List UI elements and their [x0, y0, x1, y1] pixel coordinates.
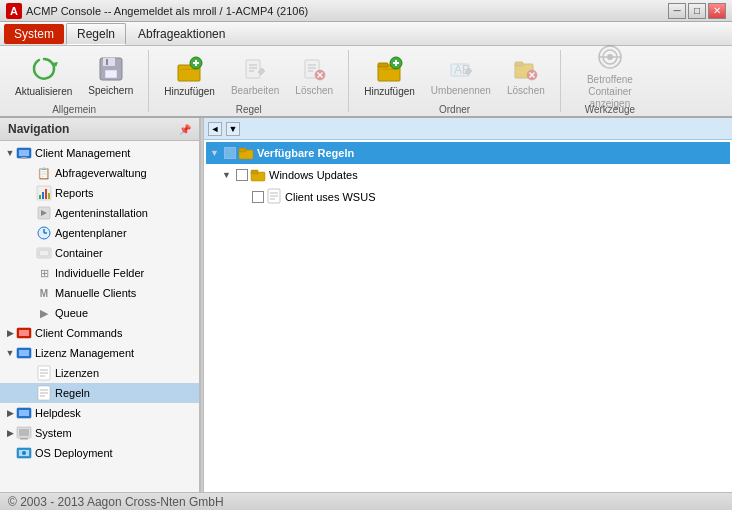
label-helpdesk: Helpdesk — [35, 407, 81, 419]
icon-container — [36, 245, 52, 261]
content-tree: ▼ Verfügbare Regeln ▼ Windows Updates — [204, 140, 732, 492]
tree-item-container[interactable]: Container — [0, 243, 199, 263]
svg-rect-9 — [246, 60, 260, 78]
svg-point-34 — [607, 54, 613, 60]
speichern-label: Speichern — [88, 85, 133, 97]
expand-agentenplaner — [24, 227, 36, 239]
content-collapse-button[interactable]: ◄ — [208, 122, 222, 136]
loeschen-ordner-button[interactable]: Löschen — [500, 50, 552, 102]
label-client-commands: Client Commands — [35, 327, 122, 339]
tree-item-regeln[interactable]: Regeln — [0, 383, 199, 403]
minimize-button[interactable]: ─ — [668, 3, 686, 19]
expand-client-commands[interactable]: ▶ — [4, 327, 16, 339]
label-lizenzen: Lizenzen — [55, 367, 99, 379]
close-button[interactable]: ✕ — [708, 3, 726, 19]
aktualisieren-button[interactable]: Aktualisieren — [8, 50, 79, 102]
loeschen-regel-button[interactable]: Löschen — [288, 50, 340, 102]
content-toolbar: ◄ ▼ — [204, 118, 732, 140]
label-regeln: Regeln — [55, 387, 90, 399]
tree-item-system[interactable]: ▶ System — [0, 423, 199, 443]
expand-client-mgmt[interactable]: ▼ — [4, 147, 16, 159]
menu-abfrageaktionen[interactable]: Abfrageaktionen — [128, 24, 235, 44]
nav-pin-button[interactable]: 📌 — [179, 124, 191, 135]
hinzufuegen-regel-button[interactable]: Hinzufügen — [157, 50, 222, 102]
expand-os-deployment — [4, 447, 16, 459]
icon-helpdesk — [16, 405, 32, 421]
label-individuelle-felder: Individuelle Felder — [55, 267, 144, 279]
speichern-icon — [97, 55, 125, 82]
content-expand-button[interactable]: ▼ — [226, 122, 240, 136]
checkbox-client-uses-wsus[interactable] — [252, 191, 264, 203]
icon-agenteninstallation — [36, 205, 52, 221]
tree-item-individuelle-felder[interactable]: ⊞ Individuelle Felder — [0, 263, 199, 283]
svg-rect-67 — [20, 438, 28, 440]
icon-lizenz-mgmt — [16, 345, 32, 361]
speichern-button[interactable]: Speichern — [81, 50, 140, 102]
svg-rect-72 — [239, 148, 246, 152]
expand-helpdesk[interactable]: ▶ — [4, 407, 16, 419]
tree-item-client-commands[interactable]: ▶ Client Commands — [0, 323, 199, 343]
hinzufuegen-ordner-button[interactable]: Hinzufügen — [357, 50, 422, 102]
expand-lizenz-mgmt[interactable]: ▼ — [4, 347, 16, 359]
betroffene-icon — [596, 43, 624, 71]
tree-item-lizenzen[interactable]: Lizenzen — [0, 363, 199, 383]
svg-rect-41 — [39, 195, 41, 199]
loeschen-regel-label: Löschen — [295, 85, 333, 97]
maximize-button[interactable]: □ — [688, 3, 706, 19]
nav-panel: Navigation 📌 ▼ Client Management 📋 Abfra… — [0, 118, 200, 492]
status-bar: © 2003 - 2013 Aagon Cross-Nten GmbH — [0, 492, 732, 510]
tree-content-verfugbare-regeln[interactable]: ▼ Verfügbare Regeln — [206, 142, 730, 164]
svg-rect-3 — [105, 70, 117, 78]
group-label-ordner: Ordner — [357, 102, 552, 115]
tree-item-lizenz-mgmt[interactable]: ▼ Lizenz Management — [0, 343, 199, 363]
menu-regeln[interactable]: Regeln — [66, 23, 126, 45]
icon-os-deployment — [16, 445, 32, 461]
label-windows-updates: Windows Updates — [269, 169, 358, 181]
expand-windows-updates[interactable]: ▼ — [222, 170, 234, 180]
svg-rect-44 — [48, 193, 50, 199]
label-lizenz-mgmt: Lizenz Management — [35, 347, 134, 359]
expand-manuelle-clients — [24, 287, 36, 299]
tree-item-manuelle-clients[interactable]: M Manuelle Clients — [0, 283, 199, 303]
label-client-mgmt: Client Management — [35, 147, 130, 159]
label-os-deployment: OS Deployment — [35, 447, 113, 459]
nav-title: Navigation — [8, 122, 69, 136]
icon-client-uses-wsus — [266, 188, 282, 206]
tree-item-reports[interactable]: Reports — [0, 183, 199, 203]
expand-individuelle-felder — [24, 267, 36, 279]
icon-regeln — [36, 385, 52, 401]
bearbeiten-button[interactable]: Bearbeiten — [224, 50, 286, 102]
tree-content-client-uses-wsus[interactable]: Client uses WSUS — [206, 186, 730, 208]
tree-item-agenteninstallation[interactable]: Agenteninstallation — [0, 203, 199, 223]
group-label-regel: Regel — [157, 102, 340, 115]
expand-system[interactable]: ▶ — [4, 427, 16, 439]
expand-agenteninstallation — [24, 207, 36, 219]
label-reports: Reports — [55, 187, 94, 199]
hinzufuegen-ordner-icon — [376, 55, 404, 83]
tree-item-os-deployment[interactable]: OS Deployment — [0, 443, 199, 463]
icon-client-mgmt — [16, 145, 32, 161]
icon-manuelle-clients: M — [36, 285, 52, 301]
menu-system[interactable]: System — [4, 24, 64, 44]
umbenennen-button[interactable]: AB Umbenennen — [424, 50, 498, 102]
tree-item-client-mgmt[interactable]: ▼ Client Management — [0, 143, 199, 163]
tree-item-agentenplaner[interactable]: Agentenplaner — [0, 223, 199, 243]
tree-item-queue[interactable]: ▶ Queue — [0, 303, 199, 323]
expand-lizenzen — [24, 367, 36, 379]
hinzufuegen-regel-icon — [176, 55, 204, 83]
betroffene-button[interactable]: Betroffene Container anzeigen — [569, 50, 651, 102]
title-bar-left: A ACMP Console -- Angemeldet als mroll /… — [6, 3, 308, 19]
group-label-allgemein: Allgemein — [8, 102, 140, 115]
loeschen-ordner-label: Löschen — [507, 85, 545, 97]
main-area: Navigation 📌 ▼ Client Management 📋 Abfra… — [0, 118, 732, 492]
aktualisieren-label: Aktualisieren — [15, 86, 72, 98]
checkbox-windows-updates[interactable] — [236, 169, 248, 181]
label-client-uses-wsus: Client uses WSUS — [285, 191, 375, 203]
checkbox-verfugbare-regeln[interactable] — [224, 147, 236, 159]
tree-item-helpdesk[interactable]: ▶ Helpdesk — [0, 403, 199, 423]
tree-item-abfrageverwaltung[interactable]: 📋 Abfrageverwaltung — [0, 163, 199, 183]
icon-client-commands — [16, 325, 32, 341]
app-logo: A — [6, 3, 22, 19]
tree-content-windows-updates[interactable]: ▼ Windows Updates — [206, 164, 730, 186]
expand-verfugbare-regeln[interactable]: ▼ — [210, 148, 222, 158]
